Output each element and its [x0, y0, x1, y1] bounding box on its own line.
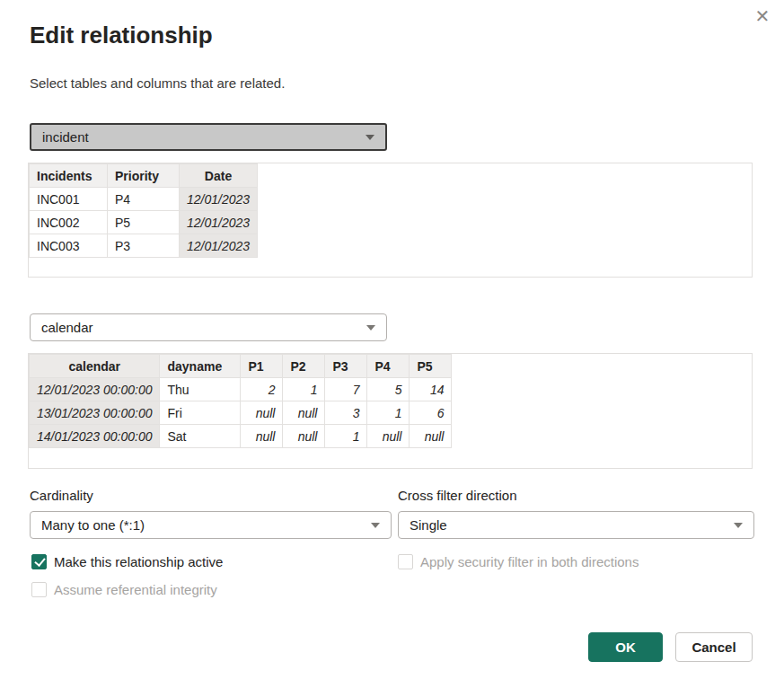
referential-integrity-checkbox: Assume referential integrity — [31, 582, 217, 597]
column-header[interactable]: Date — [180, 164, 258, 188]
table1-preview-panel: IncidentsPriorityDateINC001P412/01/2023I… — [28, 163, 753, 278]
table-cell: 14 — [410, 378, 452, 401]
table-cell: 5 — [367, 378, 410, 401]
checkbox-unchecked-icon — [398, 554, 413, 569]
cross-filter-select[interactable]: Single — [398, 511, 754, 539]
chevron-down-icon — [366, 325, 375, 331]
table-cell: 2 — [241, 378, 283, 401]
table-cell: 6 — [410, 401, 452, 425]
edit-relationship-dialog: ✕ Edit relationship Select tables and co… — [0, 0, 784, 688]
ok-button[interactable]: OK — [588, 632, 663, 662]
column-header[interactable]: P4 — [367, 355, 410, 378]
table-row: 12/01/2023 00:00:00Thu217514 — [30, 378, 452, 401]
chevron-down-icon — [366, 135, 374, 140]
table-cell: 1 — [283, 378, 325, 401]
make-active-label: Make this relationship active — [54, 554, 223, 569]
page-title: Edit relationship — [30, 22, 213, 49]
chevron-down-icon — [371, 523, 380, 528]
chevron-down-icon — [734, 523, 743, 528]
cardinality-value: Many to one (*:1) — [41, 517, 145, 533]
table-row: INC003P312/01/2023 — [30, 234, 258, 258]
table-cell: Thu — [160, 378, 241, 401]
table-cell: P4 — [108, 188, 180, 211]
table-cell: P5 — [108, 211, 180, 234]
column-header[interactable]: P3 — [325, 355, 367, 378]
table-cell: null — [283, 401, 325, 425]
table-cell: 14/01/2023 00:00:00 — [30, 425, 160, 448]
table-cell: INC003 — [30, 234, 108, 258]
column-header[interactable]: Priority — [108, 164, 180, 188]
table1-select[interactable]: incident — [30, 123, 387, 151]
table1-select-value: incident — [42, 129, 89, 145]
table-cell: 13/01/2023 00:00:00 — [30, 401, 160, 425]
security-filter-label: Apply security filter in both directions — [420, 554, 639, 569]
table-cell: 3 — [325, 401, 367, 425]
table-cell: null — [283, 425, 325, 448]
table-row: 14/01/2023 00:00:00Satnullnull1nullnull — [30, 425, 452, 448]
table-cell: 1 — [367, 401, 410, 425]
table-cell: Sat — [160, 425, 241, 448]
column-header[interactable]: P5 — [410, 355, 452, 378]
column-header[interactable]: calendar — [30, 355, 160, 378]
table-cell: P3 — [108, 234, 180, 258]
table-row: INC002P512/01/2023 — [30, 211, 258, 234]
make-active-checkbox[interactable]: Make this relationship active — [31, 554, 223, 569]
dialog-subtitle: Select tables and columns that are relat… — [30, 75, 285, 91]
table-cell: INC002 — [30, 211, 108, 234]
column-header[interactable]: dayname — [160, 355, 241, 378]
table-row: 13/01/2023 00:00:00Frinullnull316 — [30, 401, 452, 425]
table-cell: null — [241, 401, 283, 425]
table2-preview: calendardaynameP1P2P3P4P512/01/2023 00:0… — [29, 354, 452, 448]
checkbox-checked-icon[interactable] — [31, 554, 47, 569]
table-row: INC001P412/01/2023 — [30, 188, 258, 211]
table-cell: 12/01/2023 — [180, 234, 258, 258]
cross-filter-label: Cross filter direction — [398, 488, 517, 503]
table-cell: 1 — [325, 425, 367, 448]
column-header[interactable]: Incidents — [30, 164, 108, 188]
table-cell: null — [410, 425, 452, 448]
table-cell: 12/01/2023 00:00:00 — [30, 378, 160, 401]
table-cell: null — [367, 425, 410, 448]
cross-filter-value: Single — [410, 517, 447, 533]
table1-preview: IncidentsPriorityDateINC001P412/01/2023I… — [29, 163, 258, 258]
table2-select[interactable]: calendar — [30, 313, 387, 341]
table2-select-value: calendar — [41, 320, 93, 335]
table-cell: 7 — [325, 378, 367, 401]
checkbox-unchecked-icon — [31, 582, 47, 597]
cardinality-label: Cardinality — [30, 488, 93, 503]
column-header[interactable]: P2 — [283, 355, 325, 378]
table-cell: INC001 — [30, 188, 108, 211]
column-header[interactable]: P1 — [241, 355, 283, 378]
table-cell: 12/01/2023 — [180, 188, 258, 211]
close-icon[interactable]: ✕ — [750, 4, 775, 29]
referential-integrity-label: Assume referential integrity — [54, 582, 217, 597]
cardinality-select[interactable]: Many to one (*:1) — [30, 511, 392, 539]
table2-preview-panel: calendardaynameP1P2P3P4P512/01/2023 00:0… — [28, 353, 753, 469]
security-filter-checkbox: Apply security filter in both directions — [398, 554, 639, 569]
cancel-button[interactable]: Cancel — [675, 632, 753, 662]
table-cell: Fri — [160, 401, 241, 425]
table-cell: null — [241, 425, 283, 448]
table-cell: 12/01/2023 — [180, 211, 258, 234]
